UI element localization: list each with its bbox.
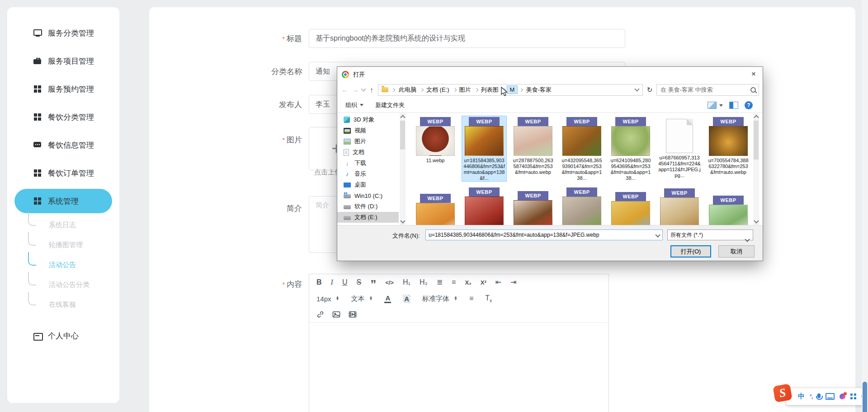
scroll-down-icon[interactable]: [400, 218, 405, 223]
sogou-logo-icon[interactable]: S: [773, 384, 793, 403]
organize-button[interactable]: 组织: [345, 101, 363, 109]
file-tile[interactable]: WEBP u=287887500,2635874035&fm=253&fmt=a…: [511, 116, 555, 181]
indent-button[interactable]: ⇥: [510, 279, 516, 286]
文档[interactable]: 文档: [337, 147, 399, 158]
音乐[interactable]: 音乐: [337, 169, 399, 179]
search-input[interactable]: [660, 86, 748, 94]
下载[interactable]: 下载: [337, 158, 399, 169]
close-icon[interactable]: ×: [746, 68, 761, 80]
此电脑[interactable]: 此电脑: [397, 85, 425, 95]
superscript-button[interactable]: X²: [481, 280, 486, 286]
skin-icon[interactable]: [840, 393, 845, 399]
underline-button[interactable]: U: [342, 279, 348, 286]
服务项目管理[interactable]: 服务项目管理: [7, 47, 119, 75]
link-icon[interactable]: [316, 311, 324, 318]
help-icon[interactable]: ?: [745, 101, 753, 109]
subscript-button[interactable]: X₂: [465, 280, 471, 286]
图片[interactable]: 图片: [458, 85, 479, 95]
back-icon[interactable]: ←: [341, 86, 349, 94]
file-tile[interactable]: WEBP: [706, 195, 750, 225]
forward-icon[interactable]: →: [351, 86, 359, 94]
grid-scrollbar[interactable]: [753, 113, 759, 225]
file-tile[interactable]: WEBP u=700554784,3886322780&fm=253&fmt=a…: [706, 116, 750, 181]
open-button[interactable]: 打开(O): [670, 245, 711, 258]
scrollbar-thumb[interactable]: [400, 121, 405, 150]
bold-button[interactable]: B: [316, 279, 322, 286]
ordered-list-button[interactable]: ≣: [437, 279, 443, 286]
highlight-color-button[interactable]: A: [403, 295, 410, 303]
microphone-icon[interactable]: [817, 393, 821, 398]
toolbox-icon[interactable]: [850, 393, 856, 399]
cancel-button[interactable]: 取消: [718, 245, 755, 258]
餐饮信息管理[interactable]: 餐饮信息管理: [7, 131, 119, 159]
page-scrollbar[interactable]: [862, 0, 868, 412]
blockquote-button[interactable]: ”: [370, 278, 376, 290]
text-color-button[interactable]: A: [384, 294, 391, 303]
视频[interactable]: 视频: [337, 125, 399, 136]
file-tile[interactable]: WEBP u=181584385,903446806&fm=253&fmt=au…: [462, 116, 506, 181]
美食-客家[interactable]: 美食-客家: [524, 85, 553, 95]
filename-input[interactable]: [425, 229, 663, 240]
图片[interactable]: 图片: [337, 136, 399, 147]
outdent-button[interactable]: ⇤: [495, 279, 501, 286]
轮播图管理[interactable]: 轮播图管理: [7, 235, 119, 255]
address-dropdown-icon[interactable]: [634, 86, 639, 91]
活动公告分类[interactable]: 活动公告分类: [7, 275, 119, 295]
scroll-down-icon[interactable]: [754, 218, 759, 223]
recent-locations-icon[interactable]: [361, 86, 366, 91]
系统管理[interactable]: 系统管理: [14, 189, 112, 213]
insert-video-icon[interactable]: [349, 311, 357, 318]
餐饮订单管理[interactable]: 餐饮订单管理: [7, 159, 119, 187]
file-tile[interactable]: WEBP 11.webp: [413, 116, 458, 181]
keyboard-icon[interactable]: [826, 393, 835, 400]
view-mode-button[interactable]: [708, 102, 723, 109]
italic-button[interactable]: I: [331, 279, 333, 286]
在线客服[interactable]: 在线客服: [7, 295, 119, 314]
file-tile[interactable]: WEBP u=624109485,2809543695&fm=253&fmt=a…: [609, 116, 653, 181]
scrollbar-thumb[interactable]: [754, 121, 759, 159]
活动公告[interactable]: 活动公告: [7, 255, 119, 275]
桌面[interactable]: 桌面: [337, 179, 399, 190]
font-size-select[interactable]: 14px ▲▼: [316, 295, 339, 303]
dialog-titlebar[interactable]: 打开: [337, 67, 763, 82]
heading2-button[interactable]: H₂: [420, 279, 428, 286]
软件 (D:)[interactable]: 软件 (D:): [337, 201, 399, 212]
3D 对象[interactable]: 3D 对象: [337, 114, 399, 125]
餐饮分类管理[interactable]: 餐饮分类管理: [7, 103, 119, 131]
M[interactable]: M: [507, 85, 524, 94]
Win10 (C:)[interactable]: Win10 (C:): [337, 190, 399, 201]
系统日志[interactable]: 系统日志: [7, 215, 119, 235]
filetype-select[interactable]: 所有文件 (*.*): [667, 229, 753, 240]
file-tile[interactable]: WEBP u=432095548,3659390147&fm=253&fmt=a…: [560, 116, 604, 181]
tree-scrollbar[interactable]: [400, 113, 406, 225]
scroll-up-icon[interactable]: [400, 115, 405, 120]
insert-image-icon[interactable]: [332, 311, 340, 318]
chinese-mode-icon[interactable]: 中: [798, 392, 805, 401]
up-icon[interactable]: ↑: [368, 86, 376, 94]
clear-format-button[interactable]: Tx: [485, 294, 492, 303]
refresh-icon[interactable]: ↻: [645, 86, 654, 94]
title-input[interactable]: [309, 29, 625, 48]
font-family-select[interactable]: 标准字体 ▲▼: [422, 295, 458, 303]
file-tile[interactable]: WEBP: [462, 187, 506, 225]
new-folder-button[interactable]: 新建文件夹: [375, 101, 405, 109]
scroll-up-icon[interactable]: [754, 115, 759, 120]
文档 (E:)[interactable]: 文档 (E:): [425, 85, 458, 95]
paragraph-format-select[interactable]: 文本 ▲▼: [351, 295, 373, 303]
file-tile[interactable]: WEBP: [609, 191, 653, 225]
sidebar-item-personal-center[interactable]: 个人中心: [7, 324, 119, 347]
服务分类管理[interactable]: 服务分类管理: [7, 19, 119, 47]
file-tile[interactable]: WEBP: [511, 190, 555, 225]
服务预约管理[interactable]: 服务预约管理: [7, 75, 119, 103]
file-tile[interactable]: WEBP: [657, 187, 702, 225]
strikethrough-button[interactable]: S: [356, 279, 361, 286]
page-scrollbar-thumb[interactable]: [863, 382, 867, 412]
punctuation-icon[interactable]: °,: [810, 393, 812, 400]
code-button[interactable]: </>: [385, 280, 394, 286]
文档 (E:)[interactable]: 文档 (E:): [337, 212, 399, 223]
preview-pane-icon[interactable]: [729, 102, 738, 109]
heading1-button[interactable]: H₁: [403, 279, 410, 286]
align-button[interactable]: ≡: [469, 295, 473, 302]
file-tile[interactable]: u=687660957,3134564711&fm=224&app=112&f=…: [657, 116, 702, 181]
breadcrumb[interactable]: 此电脑 文档 (E:) 图片 列表图: [378, 84, 643, 96]
